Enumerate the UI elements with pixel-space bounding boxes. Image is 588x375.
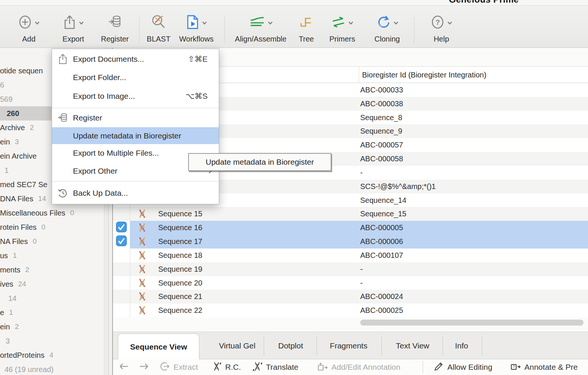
main-toolbar: Add Export Register xyxy=(0,6,588,48)
tab-dotplot[interactable]: Dotplot xyxy=(278,332,303,360)
chevron-down-icon xyxy=(268,19,273,26)
row-checkbox-cell[interactable] xyxy=(113,304,130,317)
back-button[interactable] xyxy=(119,359,129,375)
row-checkbox-cell[interactable] xyxy=(113,290,130,304)
tab-virtual-gel[interactable]: Virtual Gel xyxy=(219,332,255,360)
reverse-complement-button[interactable]: R.C. xyxy=(212,359,241,375)
sidebar-item[interactable]: ives24 xyxy=(0,277,104,291)
tab-divider xyxy=(442,336,443,355)
toolbar-separator xyxy=(224,17,225,44)
add-edit-annotation-button[interactable]: Add/Edit Annotation xyxy=(317,359,400,375)
translate-button[interactable]: Translate xyxy=(252,359,298,375)
column-divider[interactable] xyxy=(359,67,359,83)
annotate-predict-icon: ? xyxy=(510,362,521,373)
sidebar-item[interactable]: e1 xyxy=(0,305,104,320)
blast-button[interactable]: BLAST xyxy=(147,12,170,43)
table-row[interactable]: Sequence 15 Sequence_15 xyxy=(113,207,588,221)
row-checkbox-cell[interactable] xyxy=(113,207,130,221)
export-button[interactable]: Export xyxy=(62,12,84,43)
svg-text:?: ? xyxy=(513,365,515,369)
document-play-icon xyxy=(186,14,199,31)
menu-item-export-to-image[interactable]: Export to Image... ⌥⌘S xyxy=(52,86,219,106)
dna-sequence-icon xyxy=(138,292,147,302)
tab-sequence-view-selected[interactable]: Sequence View xyxy=(118,333,199,360)
menu-separator xyxy=(52,181,219,182)
sidebar-item[interactable]: Miscellaneous Files0 xyxy=(0,206,104,220)
table-row[interactable]: Sequence 19 - xyxy=(113,262,588,276)
row-checkbox-cell[interactable] xyxy=(113,221,130,235)
row-checkbox-cell[interactable] xyxy=(113,235,130,249)
row-checkbox-cell[interactable] xyxy=(113,249,130,262)
magnifier-dna-icon xyxy=(151,14,166,31)
allow-editing-button[interactable]: Allow Editing xyxy=(434,359,492,375)
tab-fragments[interactable]: Fragments xyxy=(330,332,367,360)
primer-arrows-icon xyxy=(331,16,346,30)
checkbox-checked-icon[interactable] xyxy=(116,235,127,248)
table-row-selected[interactable]: Sequence 16 ABC-000005 xyxy=(113,221,588,235)
sidebar-item[interactable]: rotein Files0 xyxy=(0,220,104,234)
primers-button[interactable]: Primers xyxy=(330,12,355,43)
sidebar-item[interactable]: 3 xyxy=(0,334,104,348)
pencil-icon xyxy=(434,362,444,373)
menu-item-back-up-data[interactable]: Back Up Data... xyxy=(52,183,219,203)
cloning-button[interactable]: Cloning xyxy=(374,12,400,43)
toolbar-separator xyxy=(414,17,414,44)
database-icon xyxy=(107,15,122,31)
extract-button[interactable]: Extract xyxy=(160,359,198,375)
share-up-icon xyxy=(57,54,68,65)
dna-sequence-icon xyxy=(138,250,147,260)
sidebar-item[interactable]: ments2 xyxy=(0,263,104,277)
chevron-down-icon xyxy=(79,19,84,26)
checkbox-checked-icon[interactable] xyxy=(116,222,127,234)
workflows-button[interactable]: Workflows xyxy=(179,12,214,43)
chevron-down-icon xyxy=(393,19,398,26)
annotation-plus-icon xyxy=(317,362,328,373)
sidebar-item[interactable]: 46 (19 unread) xyxy=(0,362,104,375)
column-header-bioregister-id[interactable]: Bioregister Id (Bioregister Integration) xyxy=(362,67,486,83)
share-up-icon xyxy=(63,15,76,31)
toolbar-separator xyxy=(423,361,423,374)
window-title-strip: Geneious Prime xyxy=(0,0,588,6)
tooltip-update-metadata: Update metadata in Bioregister xyxy=(188,153,331,171)
tab-divider xyxy=(316,336,317,355)
annotate-predict-button[interactable]: ? Annotate & Pre xyxy=(510,359,578,375)
menu-item-update-metadata-bioregister[interactable]: Update metadata in Bioregister xyxy=(52,127,219,144)
sidebar-item[interactable]: NA Files0 xyxy=(0,234,104,249)
table-row-selected[interactable]: Sequence 17 ABC-000006 xyxy=(113,235,588,249)
add-circle-icon xyxy=(18,15,32,31)
dna-sequence-icon xyxy=(138,209,147,219)
menu-item-export-documents[interactable]: Export Documents... ⇧⌘E xyxy=(52,50,219,68)
tab-info[interactable]: Info xyxy=(455,332,468,360)
register-button[interactable]: Register xyxy=(101,12,129,43)
horizontal-scrollbar-thumb[interactable] xyxy=(360,320,584,326)
sidebar-item[interactable]: ortedProteins4 xyxy=(0,348,104,362)
menu-item-export-folder[interactable]: Export Folder... xyxy=(52,68,219,86)
dna-translate-icon xyxy=(252,362,262,373)
table-row[interactable]: Sequence 22 ABC-000025 xyxy=(113,304,588,317)
dna-sequence-icon xyxy=(138,305,147,315)
add-button[interactable]: Add xyxy=(18,12,40,43)
table-row[interactable]: Sequence 21 ABC-000024 xyxy=(113,290,588,304)
horizontal-scrollbar[interactable] xyxy=(113,317,588,332)
align-lines-icon xyxy=(249,16,265,30)
tree-button[interactable]: Tree xyxy=(299,12,314,43)
sidebar-item[interactable]: us1 xyxy=(0,249,104,263)
menu-item-register[interactable]: Register xyxy=(52,109,219,127)
dna-sequence-icon xyxy=(138,223,147,233)
align-assemble-button[interactable]: Align/Assemble xyxy=(235,12,287,43)
toolbar-separator xyxy=(139,17,140,44)
help-button[interactable]: ? Help xyxy=(431,12,452,43)
export-menu: Export Documents... ⇧⌘E Export Folder...… xyxy=(52,49,219,204)
table-row[interactable]: Sequence 18 ABC-000107 xyxy=(113,249,588,262)
forward-button[interactable] xyxy=(139,359,149,375)
table-row[interactable]: Sequence 20 - xyxy=(113,276,588,290)
sidebar-item[interactable]: 14 xyxy=(0,291,104,305)
tab-divider xyxy=(264,336,264,355)
row-checkbox-cell[interactable] xyxy=(113,262,130,276)
question-circle-icon: ? xyxy=(431,15,445,31)
row-checkbox-cell[interactable] xyxy=(113,276,130,290)
sidebar-item[interactable]: ein2 xyxy=(0,320,104,334)
window-title: Geneious Prime xyxy=(449,0,519,5)
tab-text-view[interactable]: Text View xyxy=(396,332,429,360)
viewer-tab-bar: Virtual Gel Dotplot Fragments Text View … xyxy=(113,332,588,359)
